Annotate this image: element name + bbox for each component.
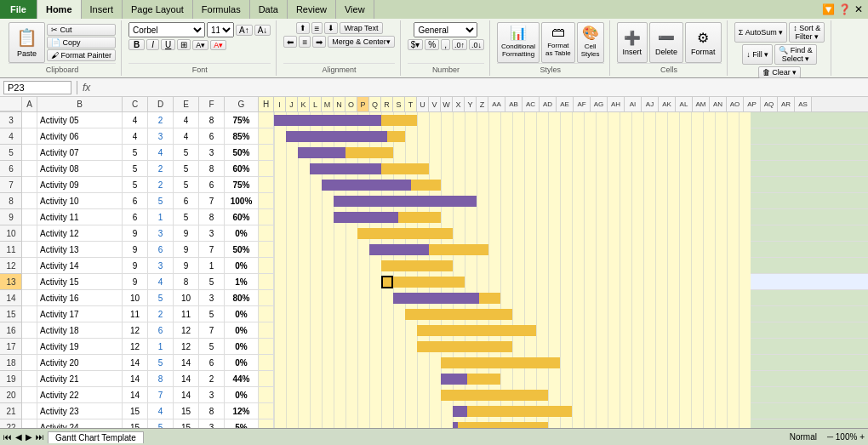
percent-button[interactable]: %: [425, 39, 439, 50]
col-header-ac[interactable]: AC: [523, 97, 540, 111]
gantt-row[interactable]: [274, 306, 751, 322]
activity-cell[interactable]: Activity 10: [37, 193, 123, 208]
review-tab[interactable]: Review: [288, 0, 336, 19]
col-header-z[interactable]: Z: [477, 97, 488, 111]
gantt-row[interactable]: [274, 290, 751, 306]
nav-first-icon[interactable]: ⏮: [3, 432, 12, 442]
gantt-row[interactable]: [274, 242, 751, 258]
wrap-text-button[interactable]: Wrap Text: [340, 22, 382, 34]
activity-cell[interactable]: Activity 16: [37, 290, 123, 305]
row-header-13[interactable]: 13: [0, 274, 22, 290]
col-header-e[interactable]: E: [174, 97, 199, 111]
activity-cell[interactable]: Activity 13: [37, 242, 123, 257]
row-header-8[interactable]: 8: [0, 193, 22, 209]
row-header-15[interactable]: 15: [0, 306, 22, 322]
activity-cell[interactable]: Activity 17: [37, 306, 123, 322]
home-tab[interactable]: Home: [37, 0, 82, 19]
col-header-an[interactable]: AN: [710, 97, 727, 111]
bold-button[interactable]: B: [128, 39, 145, 50]
row-header-11[interactable]: 11: [0, 242, 22, 258]
row-header-19[interactable]: 19: [0, 371, 22, 387]
copy-button[interactable]: 📄 Copy: [47, 37, 116, 48]
align-bottom-button[interactable]: ⬇: [324, 22, 338, 34]
gantt-row[interactable]: [274, 419, 751, 428]
row-header-20[interactable]: 20: [0, 387, 22, 403]
font-color-button[interactable]: A▾: [210, 40, 226, 50]
gantt-row[interactable]: [274, 355, 751, 371]
col-header-u[interactable]: U: [417, 97, 429, 111]
gantt-row[interactable]: [274, 258, 751, 274]
underline-button[interactable]: U: [161, 39, 175, 50]
col-header-v[interactable]: V: [429, 97, 441, 111]
row-header-22[interactable]: 22: [0, 419, 22, 428]
col-header-ad[interactable]: AD: [540, 97, 557, 111]
col-header-d[interactable]: D: [148, 97, 174, 111]
font-shrink-button[interactable]: A↓: [254, 25, 271, 36]
formula-input[interactable]: [94, 83, 865, 93]
col-header-ab[interactable]: AB: [505, 97, 523, 111]
gantt-row[interactable]: [274, 274, 751, 290]
font-name-select[interactable]: Corbel: [128, 22, 205, 37]
col-header-as[interactable]: AS: [795, 97, 812, 111]
col-header-j[interactable]: J: [286, 97, 298, 111]
col-header-c[interactable]: C: [123, 97, 148, 111]
col-header-k[interactable]: K: [298, 97, 310, 111]
minimize-icon[interactable]: 🔽: [822, 3, 835, 15]
activity-cell[interactable]: Activity 21: [37, 371, 123, 386]
insert-tab[interactable]: Insert: [82, 0, 123, 19]
col-header-n[interactable]: N: [334, 97, 345, 111]
col-header-al[interactable]: AL: [676, 97, 693, 111]
col-header-l[interactable]: L: [310, 97, 322, 111]
col-header-s[interactable]: S: [393, 97, 405, 111]
row-header-10[interactable]: 10: [0, 225, 22, 242]
col-header-ag[interactable]: AG: [591, 97, 608, 111]
comma-button[interactable]: ,: [441, 39, 450, 50]
col-header-t[interactable]: T: [405, 97, 417, 111]
col-header-h[interactable]: H: [259, 97, 274, 111]
align-right-button[interactable]: ➡: [312, 36, 326, 48]
row-header-12[interactable]: 12: [0, 258, 22, 274]
gantt-row[interactable]: [274, 371, 751, 387]
activity-cell[interactable]: Activity 19: [37, 339, 123, 354]
insert-button[interactable]: ➕ Insert: [617, 22, 648, 63]
row-header-16[interactable]: 16: [0, 322, 22, 339]
align-center-button[interactable]: ≡: [299, 36, 311, 48]
col-header-ai[interactable]: AI: [625, 97, 642, 111]
activity-cell[interactable]: Activity 24: [37, 419, 123, 428]
italic-button[interactable]: I: [146, 39, 159, 50]
col-header-q[interactable]: Q: [369, 97, 381, 111]
cut-button[interactable]: ✂ Cut: [47, 24, 116, 36]
gantt-row[interactable]: [274, 145, 751, 161]
col-header-w[interactable]: W: [441, 97, 453, 111]
font-grow-button[interactable]: A↑: [236, 25, 253, 36]
file-tab[interactable]: File: [0, 0, 37, 19]
nav-next-icon[interactable]: ▶: [26, 432, 32, 442]
autosum-button[interactable]: Σ AutoSum ▾: [734, 22, 788, 43]
nav-last-icon[interactable]: ⏭: [36, 432, 44, 442]
col-header-am[interactable]: AM: [693, 97, 710, 111]
activity-cell[interactable]: Activity 08: [37, 161, 123, 176]
col-header-p[interactable]: P: [357, 97, 369, 111]
activity-cell[interactable]: Activity 18: [37, 322, 123, 338]
col-header-m[interactable]: M: [322, 97, 334, 111]
row-header-5[interactable]: 5: [0, 145, 22, 161]
activity-cell[interactable]: Activity 20: [37, 355, 123, 370]
close-icon[interactable]: ✕: [854, 3, 863, 15]
align-left-button[interactable]: ⬅: [283, 36, 297, 48]
activity-cell[interactable]: Activity 14: [37, 258, 123, 273]
font-size-select[interactable]: 11: [207, 22, 234, 37]
gantt-row[interactable]: [274, 322, 751, 339]
view-tab[interactable]: View: [336, 0, 374, 19]
activity-cell[interactable]: Activity 06: [37, 128, 123, 144]
align-top-button[interactable]: ⬆: [296, 22, 310, 34]
col-header-ar[interactable]: AR: [778, 97, 795, 111]
col-header-ap[interactable]: AP: [744, 97, 761, 111]
page-layout-tab[interactable]: Page Layout: [123, 0, 193, 19]
col-header-aq[interactable]: AQ: [761, 97, 778, 111]
currency-button[interactable]: $▾: [408, 39, 424, 50]
gantt-row[interactable]: [274, 193, 751, 209]
col-header-o[interactable]: O: [345, 97, 357, 111]
conditional-formatting-button[interactable]: 📊 ConditionalFormatting: [497, 22, 540, 63]
row-header-6[interactable]: 6: [0, 161, 22, 177]
col-header-f[interactable]: F: [199, 97, 225, 111]
